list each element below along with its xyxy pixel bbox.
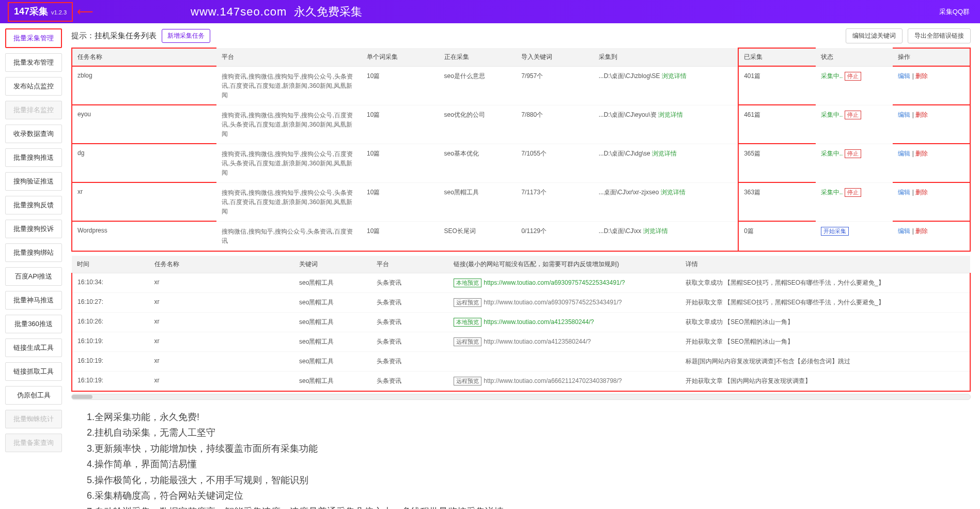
- log-row: 16:10:27:xrseo黑帽工具头条资讯远程预览http://www.tou…: [72, 292, 970, 312]
- log-col-detail: 详情: [680, 256, 970, 273]
- feature-item: 7.自动轮训采集，数据完整度高，智能采集速度，速度是普通采集几倍之上，多线程批量…: [87, 504, 971, 509]
- log-row: 16:10:19:xrseo黑帽工具头条资讯远程预览http://www.tou…: [72, 371, 970, 391]
- start-button[interactable]: 开始采集: [821, 227, 849, 236]
- feature-item: 6.采集精确度高，符合网站关键词定位: [87, 488, 971, 504]
- feature-item: 2.挂机自动采集，无需人工坚守: [87, 425, 971, 441]
- feature-item: 1.全网采集功能，永久免费!: [87, 409, 971, 425]
- arrow-icon: ⟵: [77, 5, 94, 19]
- sidebar-item-5[interactable]: 批量搜狗推送: [5, 148, 62, 167]
- sidebar-item-3: 批量排名监控: [5, 101, 62, 119]
- edit-link[interactable]: 编辑: [898, 227, 910, 235]
- delete-link[interactable]: 删除: [915, 227, 928, 235]
- task-col-collecting: 正在采集: [439, 48, 517, 66]
- task-col-action: 操作: [893, 48, 970, 66]
- browse-link[interactable]: 浏览详情: [643, 227, 668, 235]
- log-row: 16:10:19:xrseo黑帽工具头条资讯远程预览http://www.tou…: [72, 332, 970, 351]
- sidebar-item-10[interactable]: 百度API推送: [5, 267, 62, 286]
- feature-item: 4.操作简单，界面简洁易懂: [87, 456, 971, 472]
- log-col-keyword: 关键词: [294, 256, 371, 273]
- delete-link[interactable]: 删除: [915, 189, 928, 196]
- sidebar-item-6[interactable]: 搜狗验证推送: [5, 172, 62, 191]
- new-task-button[interactable]: 新增采集任务: [162, 29, 210, 43]
- stop-button[interactable]: 停止: [845, 111, 861, 119]
- log-col-link: 链接(最小的网站可能没有匹配，如需要可群内反馈增加规则): [448, 256, 680, 273]
- sidebar-item-15[interactable]: 伪原创工具: [5, 386, 62, 405]
- task-col-platform: 平台: [216, 48, 361, 66]
- delete-link[interactable]: 删除: [915, 150, 928, 157]
- log-col-name: 任务名称: [149, 256, 294, 273]
- sidebar-item-0[interactable]: 批量采集管理: [5, 28, 62, 48]
- log-col-time: 时间: [72, 256, 149, 273]
- log-col-platform: 平台: [371, 256, 449, 273]
- task-row: eyou搜狗资讯,搜狗微信,搜狗知乎,搜狗公众号,百度资讯,头条资讯,百度知道,…: [72, 105, 970, 144]
- stop-button[interactable]: 停止: [845, 149, 861, 158]
- task-col-status: 状态: [816, 48, 893, 66]
- task-col-collected: 已采集: [738, 48, 816, 66]
- task-col-dest: 采集到: [594, 48, 738, 66]
- sidebar-item-12[interactable]: 批量360推送: [5, 315, 62, 333]
- sidebar-item-16: 批量蜘蛛统计: [5, 410, 62, 428]
- remote-preview-tag[interactable]: 远程预览: [454, 377, 481, 385]
- task-table: 任务名称平台单个词采集正在采集导入关键词采集到已采集状态操作 zblog搜狗资讯…: [71, 48, 971, 252]
- stop-button[interactable]: 停止: [845, 72, 861, 81]
- log-row: 16:10:19:xrseo黑帽工具头条资讯标题[国内网站内容复改现状调查]不包…: [72, 351, 970, 371]
- logo-box: 147采集 v1.2.3: [8, 2, 73, 22]
- task-row: Wordpress搜狗微信,搜狗知乎,搜狗公众号,头条资讯,百度资讯10篇SEO…: [72, 221, 970, 251]
- remote-preview-tag[interactable]: 远程预览: [454, 337, 481, 346]
- sidebar: 批量采集管理批量发布管理发布站点监控批量排名监控收录数据查询批量搜狗推送搜狗验证…: [0, 23, 66, 509]
- app-header: 147采集 v1.2.3 ⟵ www.147seo.com 永久免费采集 采集Q…: [0, 0, 980, 23]
- task-col-single: 单个词采集: [362, 48, 439, 66]
- sidebar-item-7[interactable]: 批量搜狗反馈: [5, 196, 62, 214]
- task-row: zblog搜狗资讯,搜狗微信,搜狗知乎,搜狗公众号,头条资讯,百度资讯,百度知道…: [72, 66, 970, 105]
- stop-button[interactable]: 停止: [845, 188, 861, 197]
- edit-link[interactable]: 编辑: [898, 72, 910, 80]
- edit-link[interactable]: 编辑: [898, 111, 910, 118]
- task-col-name: 任务名称: [72, 48, 216, 66]
- version-label: v1.2.3: [51, 9, 67, 16]
- task-col-keywords: 导入关键词: [516, 48, 594, 66]
- log-row: 16:10:34:xrseo黑帽工具头条资讯本地预览https://www.to…: [72, 273, 970, 292]
- sidebar-item-11[interactable]: 批量神马推送: [5, 291, 62, 310]
- task-row: dg搜狗资讯,搜狗微信,搜狗知乎,搜狗公众号,百度资讯,头条资讯,百度知道,新浪…: [72, 144, 970, 182]
- main-content: 提示：挂机采集任务列表 新增采集任务 编辑过滤关键词 导出全部错误链接 任务名称…: [66, 23, 980, 509]
- sidebar-item-17: 批量备案查询: [5, 434, 62, 452]
- browse-link[interactable]: 浏览详情: [662, 72, 687, 80]
- edit-link[interactable]: 编辑: [898, 150, 910, 157]
- feature-item: 3.更新频率快，功能增加快，持续覆盖市面所有采集功能: [87, 441, 971, 457]
- sidebar-item-13[interactable]: 链接生成工具: [5, 338, 62, 357]
- log-row: 16:10:26:xrseo黑帽工具头条资讯本地预览https://www.to…: [72, 312, 970, 332]
- task-row: xr搜狗资讯,搜狗微信,搜狗知乎,搜狗公众号,头条资讯,百度资讯,百度知道,新浪…: [72, 182, 970, 221]
- app-logo: 147采集: [14, 5, 48, 18]
- sidebar-item-8[interactable]: 批量搜狗投诉: [5, 220, 62, 238]
- toolbar: 提示：挂机采集任务列表 新增采集任务 编辑过滤关键词 导出全部错误链接: [71, 28, 971, 43]
- sidebar-item-14[interactable]: 链接抓取工具: [5, 362, 62, 381]
- local-preview-tag[interactable]: 本地预览: [454, 279, 481, 287]
- log-scrollbar[interactable]: [71, 394, 971, 400]
- export-errors-button[interactable]: 导出全部错误链接: [908, 28, 971, 43]
- header-slogan: 永久免费采集: [294, 4, 362, 20]
- edit-link[interactable]: 编辑: [898, 189, 910, 196]
- delete-link[interactable]: 删除: [915, 111, 928, 118]
- qq-group-link[interactable]: 采集QQ群: [939, 7, 970, 17]
- browse-link[interactable]: 浏览详情: [658, 111, 683, 118]
- filter-keywords-button[interactable]: 编辑过滤关键词: [846, 28, 903, 43]
- remote-preview-tag[interactable]: 远程预览: [454, 298, 481, 307]
- feature-item: 5.操作极简化，功能最强大，不用手写规则，智能识别: [87, 472, 971, 488]
- toolbar-title: 提示：挂机采集任务列表: [71, 31, 157, 41]
- browse-link[interactable]: 浏览详情: [652, 150, 677, 157]
- header-url: www.147seo.com: [191, 5, 287, 19]
- sidebar-item-9[interactable]: 批量搜狗绑站: [5, 243, 62, 262]
- sidebar-item-4[interactable]: 收录数据查询: [5, 125, 62, 143]
- sidebar-item-2[interactable]: 发布站点监控: [5, 77, 62, 96]
- sidebar-item-1[interactable]: 批量发布管理: [5, 53, 62, 72]
- browse-link[interactable]: 浏览详情: [661, 189, 686, 196]
- feature-list: 1.全网采集功能，永久免费!2.挂机自动采集，无需人工坚守3.更新频率快，功能增…: [71, 409, 971, 510]
- log-table: 时间任务名称关键词平台链接(最小的网站可能没有匹配，如需要可群内反馈增加规则)详…: [71, 256, 971, 392]
- delete-link[interactable]: 删除: [915, 72, 928, 80]
- local-preview-tag[interactable]: 本地预览: [454, 318, 481, 327]
